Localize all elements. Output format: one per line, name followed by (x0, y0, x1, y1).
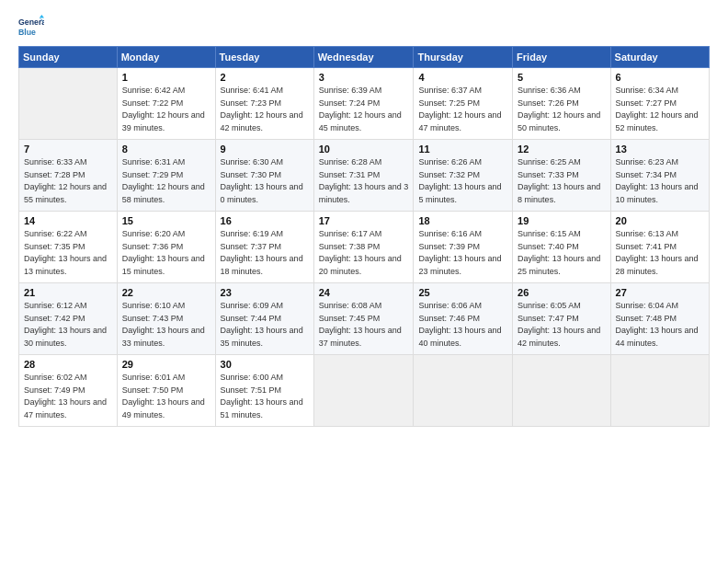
day-number: 2 (221, 72, 309, 83)
cell-week3-day4: 18 Sunrise: 6:16 AMSunset: 7:39 PMDaylig… (414, 212, 513, 283)
header: General Blue (18, 15, 710, 40)
cell-week4-day0: 21 Sunrise: 6:12 AMSunset: 7:42 PMDaylig… (19, 283, 118, 355)
day-number: 15 (122, 215, 210, 226)
day-info: Sunrise: 6:04 AMSunset: 7:48 PMDaylight:… (616, 301, 699, 348)
cell-week2-day6: 13 Sunrise: 6:23 AMSunset: 7:34 PMDaylig… (610, 140, 709, 212)
day-number: 17 (319, 215, 409, 226)
cell-week1-day4: 4 Sunrise: 6:37 AMSunset: 7:25 PMDayligh… (414, 68, 513, 140)
week-row-1: 1 Sunrise: 6:42 AMSunset: 7:22 PMDayligh… (19, 68, 710, 140)
day-number: 21 (24, 287, 112, 298)
week-row-5: 28 Sunrise: 6:02 AMSunset: 7:49 PMDaylig… (19, 355, 710, 427)
calendar-table: SundayMondayTuesdayWednesdayThursdayFrid… (18, 46, 710, 427)
svg-marker-2 (40, 15, 44, 18)
header-sunday: Sunday (19, 47, 118, 68)
day-info: Sunrise: 6:09 AMSunset: 7:44 PMDaylight:… (221, 301, 303, 348)
cell-week1-day1: 1 Sunrise: 6:42 AMSunset: 7:22 PMDayligh… (117, 68, 215, 140)
header-wednesday: Wednesday (313, 47, 414, 68)
cell-week5-day4 (414, 355, 513, 427)
cell-week2-day3: 10 Sunrise: 6:28 AMSunset: 7:31 PMDaylig… (313, 140, 414, 212)
day-number: 26 (518, 287, 605, 298)
day-info: Sunrise: 6:20 AMSunset: 7:36 PMDaylight:… (122, 229, 205, 276)
cell-week5-day3 (313, 355, 414, 427)
cell-week3-day5: 19 Sunrise: 6:15 AMSunset: 7:40 PMDaylig… (513, 212, 610, 283)
day-info: Sunrise: 6:23 AMSunset: 7:34 PMDaylight:… (616, 157, 699, 204)
day-number: 5 (518, 72, 605, 83)
day-number: 20 (616, 215, 704, 226)
day-number: 18 (418, 215, 507, 226)
day-info: Sunrise: 6:06 AMSunset: 7:46 PMDaylight:… (418, 301, 501, 348)
cell-week4-day1: 22 Sunrise: 6:10 AMSunset: 7:43 PMDaylig… (117, 283, 215, 355)
cell-week1-day6: 6 Sunrise: 6:34 AMSunset: 7:27 PMDayligh… (610, 68, 709, 140)
day-info: Sunrise: 6:10 AMSunset: 7:43 PMDaylight:… (122, 301, 205, 348)
cell-week4-day3: 24 Sunrise: 6:08 AMSunset: 7:45 PMDaylig… (313, 283, 414, 355)
cell-week5-day6 (610, 355, 709, 427)
header-friday: Friday (513, 47, 610, 68)
day-number: 11 (418, 144, 507, 155)
day-number: 14 (24, 215, 112, 226)
day-info: Sunrise: 6:39 AMSunset: 7:24 PMDaylight:… (319, 86, 402, 132)
day-number: 29 (122, 359, 210, 370)
week-row-3: 14 Sunrise: 6:22 AMSunset: 7:35 PMDaylig… (19, 212, 710, 283)
cell-week5-day0: 28 Sunrise: 6:02 AMSunset: 7:49 PMDaylig… (19, 355, 118, 427)
day-info: Sunrise: 6:22 AMSunset: 7:35 PMDaylight:… (24, 229, 107, 276)
cell-week5-day1: 29 Sunrise: 6:01 AMSunset: 7:50 PMDaylig… (117, 355, 215, 427)
day-number: 13 (616, 144, 704, 155)
header-saturday: Saturday (610, 47, 709, 68)
cell-week4-day6: 27 Sunrise: 6:04 AMSunset: 7:48 PMDaylig… (610, 283, 709, 355)
logo-icon: General Blue (18, 15, 44, 40)
day-info: Sunrise: 6:01 AMSunset: 7:50 PMDaylight:… (122, 373, 205, 419)
day-info: Sunrise: 6:37 AMSunset: 7:25 PMDaylight:… (418, 86, 501, 132)
day-number: 19 (518, 215, 605, 226)
calendar-header-row: SundayMondayTuesdayWednesdayThursdayFrid… (19, 47, 710, 68)
cell-week5-day5 (513, 355, 610, 427)
header-thursday: Thursday (414, 47, 513, 68)
day-number: 16 (221, 215, 309, 226)
cell-week3-day6: 20 Sunrise: 6:13 AMSunset: 7:41 PMDaylig… (610, 212, 709, 283)
cell-week2-day1: 8 Sunrise: 6:31 AMSunset: 7:29 PMDayligh… (117, 140, 215, 212)
day-info: Sunrise: 6:19 AMSunset: 7:37 PMDaylight:… (221, 229, 303, 276)
day-number: 1 (122, 72, 210, 83)
day-info: Sunrise: 6:08 AMSunset: 7:45 PMDaylight:… (319, 301, 402, 348)
cell-week2-day0: 7 Sunrise: 6:33 AMSunset: 7:28 PMDayligh… (19, 140, 118, 212)
day-number: 9 (221, 144, 309, 155)
day-number: 12 (518, 144, 605, 155)
day-number: 10 (319, 144, 409, 155)
cell-week3-day3: 17 Sunrise: 6:17 AMSunset: 7:38 PMDaylig… (313, 212, 414, 283)
cell-week1-day5: 5 Sunrise: 6:36 AMSunset: 7:26 PMDayligh… (513, 68, 610, 140)
day-info: Sunrise: 6:41 AMSunset: 7:23 PMDaylight:… (221, 86, 303, 132)
day-info: Sunrise: 6:26 AMSunset: 7:32 PMDaylight:… (418, 157, 501, 204)
cell-week1-day3: 3 Sunrise: 6:39 AMSunset: 7:24 PMDayligh… (313, 68, 414, 140)
cell-week4-day2: 23 Sunrise: 6:09 AMSunset: 7:44 PMDaylig… (215, 283, 313, 355)
day-number: 8 (122, 144, 210, 155)
cell-week4-day4: 25 Sunrise: 6:06 AMSunset: 7:46 PMDaylig… (414, 283, 513, 355)
day-number: 3 (319, 72, 409, 83)
day-number: 24 (319, 287, 409, 298)
logo: General Blue (18, 15, 48, 40)
day-info: Sunrise: 6:33 AMSunset: 7:28 PMDaylight:… (24, 157, 107, 204)
cell-week1-day0 (19, 68, 118, 140)
header-monday: Monday (117, 47, 215, 68)
cell-week2-day4: 11 Sunrise: 6:26 AMSunset: 7:32 PMDaylig… (414, 140, 513, 212)
day-info: Sunrise: 6:12 AMSunset: 7:42 PMDaylight:… (24, 301, 107, 348)
day-info: Sunrise: 6:42 AMSunset: 7:22 PMDaylight:… (122, 86, 205, 132)
day-number: 27 (616, 287, 704, 298)
day-info: Sunrise: 6:36 AMSunset: 7:26 PMDaylight:… (518, 86, 600, 132)
cell-week3-day1: 15 Sunrise: 6:20 AMSunset: 7:36 PMDaylig… (117, 212, 215, 283)
cell-week4-day5: 26 Sunrise: 6:05 AMSunset: 7:47 PMDaylig… (513, 283, 610, 355)
day-number: 23 (221, 287, 309, 298)
svg-text:General: General (18, 17, 44, 27)
day-info: Sunrise: 6:30 AMSunset: 7:30 PMDaylight:… (221, 157, 303, 204)
day-info: Sunrise: 6:13 AMSunset: 7:41 PMDaylight:… (616, 229, 699, 276)
cell-week3-day0: 14 Sunrise: 6:22 AMSunset: 7:35 PMDaylig… (19, 212, 118, 283)
day-number: 30 (221, 359, 309, 370)
week-row-4: 21 Sunrise: 6:12 AMSunset: 7:42 PMDaylig… (19, 283, 710, 355)
day-info: Sunrise: 6:16 AMSunset: 7:39 PMDaylight:… (418, 229, 501, 276)
day-info: Sunrise: 6:00 AMSunset: 7:51 PMDaylight:… (221, 373, 303, 419)
day-info: Sunrise: 6:17 AMSunset: 7:38 PMDaylight:… (319, 229, 402, 276)
page: General Blue SundayMondayTuesdayWednesda… (0, 0, 728, 563)
cell-week3-day2: 16 Sunrise: 6:19 AMSunset: 7:37 PMDaylig… (215, 212, 313, 283)
day-number: 25 (418, 287, 507, 298)
cell-week2-day5: 12 Sunrise: 6:25 AMSunset: 7:33 PMDaylig… (513, 140, 610, 212)
day-info: Sunrise: 6:25 AMSunset: 7:33 PMDaylight:… (518, 157, 600, 204)
day-info: Sunrise: 6:28 AMSunset: 7:31 PMDaylight:… (319, 157, 409, 204)
